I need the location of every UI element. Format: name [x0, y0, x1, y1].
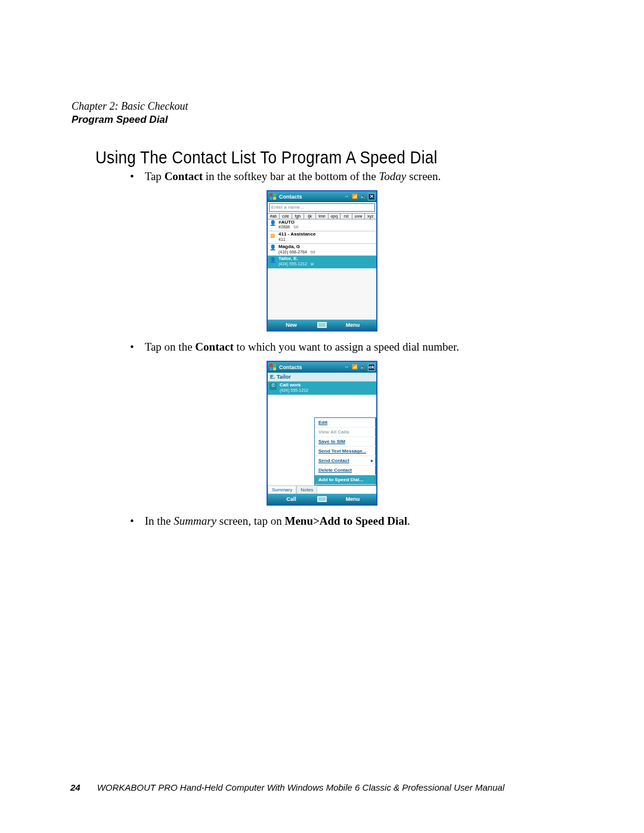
svg-rect-0	[270, 193, 273, 196]
bullet-item: • In the Summary screen, tap on Menu>Add…	[130, 514, 572, 529]
menu-item-edit[interactable]: Edit	[315, 418, 376, 428]
contact-card-icon: 👤	[270, 221, 276, 227]
page-number: 24	[70, 782, 80, 792]
document-page: Chapter 2: Basic Checkout Program Speed …	[0, 0, 644, 833]
detail-body: Edit View All Calls Save to SIM Send Tex…	[268, 395, 376, 485]
bullet-item: • Tap on the Contact to which you want t…	[130, 340, 572, 355]
softkey-bar: New Menu	[268, 320, 376, 330]
svg-rect-1	[273, 193, 276, 196]
wm-title-bar: Contacts ↔ 📶 🔈 ✕	[268, 191, 376, 202]
tab-notes[interactable]: Notes	[296, 485, 317, 494]
footer-text: WORKABOUT PRO Hand-Held Computer With Wi…	[97, 782, 504, 792]
keyboard-icon[interactable]	[315, 322, 329, 328]
contact-row[interactable]: 👤 Magda, G (416) 668-2784 txt	[268, 244, 376, 256]
ok-button[interactable]: ok	[368, 364, 375, 371]
contact-name-band: E. Tailor	[268, 373, 376, 382]
softkey-call[interactable]: Call	[268, 496, 315, 502]
alpha-tab[interactable]: lmn	[316, 213, 328, 219]
alpha-tab[interactable]: cde	[280, 213, 292, 219]
windows-flag-icon[interactable]	[269, 193, 277, 201]
contact-row[interactable]: ▦ 411 - Assistance 411	[268, 231, 376, 244]
svg-rect-2	[270, 197, 273, 200]
keyboard-icon[interactable]	[315, 496, 329, 502]
page-footer: 24 WORKABOUT PRO Hand-Held Computer With…	[70, 782, 574, 792]
alpha-tabs[interactable]: #ab cde fgh ijk lmn opq rst uvw xyz	[268, 213, 376, 219]
bullet-dot-icon: •	[130, 514, 134, 529]
menu-item-send-text[interactable]: Send Text Message...	[315, 447, 376, 456]
wm-title-bar: Contacts ↔ 📶 🔈 ok	[268, 362, 376, 373]
bullet-item: • Tap Contact in the softkey bar at the …	[130, 169, 572, 184]
signal-icon[interactable]: 📶	[351, 364, 358, 371]
alpha-tab[interactable]: #ab	[268, 213, 280, 219]
alpha-tab[interactable]: xyz	[365, 213, 376, 219]
alpha-tab[interactable]: fgh	[292, 213, 304, 219]
volume-icon[interactable]: 🔈	[360, 364, 367, 371]
screenshot-contact-detail: Contacts ↔ 📶 🔈 ok E. Tailor ✆ Call work …	[267, 361, 377, 506]
bottom-tabs: Summary Notes	[268, 485, 376, 494]
menu-item-view-all-calls: View All Calls	[315, 428, 376, 437]
alpha-tab[interactable]: opq	[329, 213, 340, 219]
section-header: Program Speed Dial	[72, 114, 572, 126]
softkey-menu[interactable]: Menu	[329, 496, 376, 502]
chapter-header: Chapter 2: Basic Checkout	[72, 100, 572, 113]
softkey-new[interactable]: New	[268, 322, 315, 328]
empty-area	[268, 268, 376, 320]
softkey-bar: Call Menu	[268, 494, 376, 504]
heading: Using The Contact List To Program A Spee…	[95, 147, 572, 169]
menu-item-save-to-sim[interactable]: Save to SIM	[315, 437, 376, 447]
menu-item-delete-contact[interactable]: Delete Contact	[315, 466, 376, 475]
signal-icon[interactable]: 📶	[351, 193, 358, 200]
menu-item-send-contact[interactable]: Send Contact	[315, 456, 376, 466]
svg-rect-9	[273, 364, 276, 367]
bullet-dot-icon: •	[130, 169, 134, 184]
menu-item-add-speed-dial[interactable]: Add to Speed Dial...	[315, 475, 376, 485]
contact-card-icon: 👤	[270, 257, 276, 264]
alpha-tab[interactable]: ijk	[304, 213, 316, 219]
bullet-dot-icon: •	[130, 340, 134, 355]
connectivity-icon[interactable]: ↔	[343, 193, 350, 200]
svg-rect-10	[270, 367, 273, 370]
contacts-list: 👤 #AUTO #2886 txt ▦ 411 - Assistance 411…	[268, 219, 376, 268]
connectivity-icon[interactable]: ↔	[343, 364, 350, 371]
close-button[interactable]: ✕	[368, 193, 375, 200]
wm-title-text: Contacts	[279, 364, 343, 370]
svg-rect-11	[273, 367, 276, 370]
svg-rect-3	[273, 197, 276, 200]
alpha-tab[interactable]: rst	[340, 213, 352, 219]
svg-rect-8	[270, 364, 273, 367]
contact-row[interactable]: 👤 #AUTO #2886 txt	[268, 219, 376, 232]
contact-card-icon: 👤	[270, 245, 276, 252]
windows-flag-icon[interactable]	[269, 363, 277, 371]
wm-title-text: Contacts	[279, 194, 343, 200]
search-input[interactable]: Enter a name...	[269, 203, 375, 212]
sim-contact-icon: ▦	[270, 233, 276, 239]
softkey-menu[interactable]: Menu	[329, 322, 376, 328]
screenshot-contacts-list: Contacts ↔ 📶 🔈 ✕ Enter a name... #ab cde…	[267, 190, 377, 332]
phone-icon: ✆	[270, 383, 277, 390]
contact-row-selected[interactable]: 👤 Tailor, E. (424) 555-1212 w	[268, 256, 376, 268]
call-work-item[interactable]: ✆ Call work (424) 555-1212	[268, 382, 376, 395]
volume-icon[interactable]: 🔈	[360, 193, 367, 200]
alpha-tab[interactable]: uvw	[352, 213, 364, 219]
tab-summary[interactable]: Summary	[268, 485, 296, 494]
context-menu: Edit View All Calls Save to SIM Send Tex…	[314, 417, 376, 485]
